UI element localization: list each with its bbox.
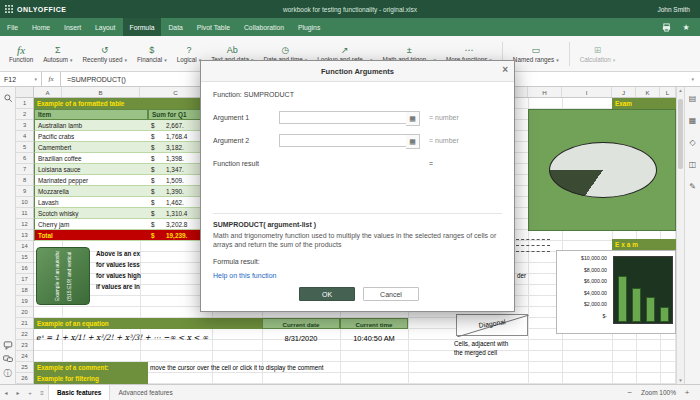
column-header-H[interactable]: H xyxy=(528,87,562,97)
chart-settings-icon[interactable]: ◫ xyxy=(686,157,700,171)
column-header-L[interactable]: L xyxy=(660,87,676,97)
table-total-label[interactable]: Total xyxy=(34,230,148,241)
menu-tab-formula[interactable]: Formula xyxy=(123,18,162,36)
row-header-11[interactable]: 11 xyxy=(16,208,33,219)
about-icon[interactable]: ⓘ xyxy=(1,366,15,380)
row-header-23[interactable]: 23 xyxy=(16,340,33,351)
column-header-K[interactable]: K xyxy=(636,87,660,97)
row-header-4[interactable]: 4 xyxy=(16,131,33,142)
row-header-1[interactable]: 1 xyxy=(16,98,33,109)
table-settings-icon[interactable]: ▦ xyxy=(686,113,700,127)
column-header-J[interactable]: J xyxy=(612,87,636,97)
cell-settings-icon[interactable]: ▤ xyxy=(686,91,700,105)
table-cell-item[interactable]: Camembert xyxy=(34,142,148,153)
sheet-tab-basic-features[interactable]: Basic features xyxy=(48,385,110,400)
row-header-12[interactable]: 12 xyxy=(16,219,33,230)
row-header-10[interactable]: 10 xyxy=(16,197,33,208)
row-header-19[interactable]: 19 xyxy=(16,296,33,307)
print-icon[interactable] xyxy=(660,21,672,33)
dialog-header[interactable]: Function Arguments × xyxy=(201,61,514,82)
menu-tab-plugins[interactable]: Plugins xyxy=(291,18,327,36)
search-icon[interactable] xyxy=(1,91,15,105)
bar-chart[interactable]: $10,000.00$8,000.00$6,000.00$4,000.00$2,… xyxy=(556,250,676,334)
bar-chart-banner[interactable]: Exam xyxy=(612,239,676,250)
autoshape[interactable]: Example of an autoshape (B15:E19) and ve… xyxy=(36,247,90,305)
table-cell-item[interactable]: Brazilian coffee xyxy=(34,153,148,164)
column-header-I[interactable]: I xyxy=(562,87,612,97)
close-icon[interactable]: × xyxy=(502,63,508,77)
sheet-list-icon[interactable]: ≡ xyxy=(36,390,48,396)
row-header-9[interactable]: 9 xyxy=(16,186,33,197)
row-header-17[interactable]: 17 xyxy=(16,274,33,285)
table-cell-item[interactable]: Loisiana sauce xyxy=(34,164,148,175)
current-date-header[interactable]: Current date xyxy=(262,318,340,329)
next-sheet-icon[interactable]: ▸ xyxy=(12,389,24,396)
sheet-tab-advanced-features[interactable]: Advanced features xyxy=(110,385,180,400)
toolbar-button-autosum[interactable]: ΣAutosum▾ xyxy=(38,38,77,70)
cell-name-box[interactable]: F12 ▾ xyxy=(0,72,42,86)
row-header-6[interactable]: 6 xyxy=(16,153,33,164)
current-date-value[interactable]: 8/31/2020 xyxy=(262,330,340,348)
table-cell-item[interactable]: Scotch whisky xyxy=(34,208,148,219)
row-header-2[interactable]: 2 xyxy=(16,109,33,120)
cancel-button[interactable]: Cancel xyxy=(363,287,419,301)
row-header-15[interactable]: 15 xyxy=(16,252,33,263)
menu-tab-layout[interactable]: Layout xyxy=(88,18,122,36)
shape-settings-icon[interactable]: ◇ xyxy=(686,135,700,149)
menu-tab-file[interactable]: File xyxy=(0,18,25,36)
row-header-20[interactable]: 20 xyxy=(16,307,33,318)
row-header-13[interactable]: 13 xyxy=(16,230,33,241)
user-name[interactable]: John Smith xyxy=(657,6,700,13)
select-range-icon[interactable]: ▦ xyxy=(406,111,420,126)
menu-tab-data[interactable]: Data xyxy=(161,18,189,36)
toolbar-button-named-ranges[interactable]: ▭Named ranges▾ xyxy=(508,38,564,70)
comment-banner[interactable]: Example of a comment: xyxy=(34,362,148,373)
ok-button[interactable]: OK xyxy=(299,287,355,301)
select-all-corner[interactable] xyxy=(16,87,34,98)
zoom-in-icon[interactable]: + xyxy=(682,388,692,397)
row-header-8[interactable]: 8 xyxy=(16,175,33,186)
table-cell-item[interactable]: Australian lamb xyxy=(34,120,148,131)
scroll-down-icon[interactable]: ▼ xyxy=(677,378,684,383)
column-header-A[interactable]: A xyxy=(34,87,62,97)
row-header-16[interactable]: 16 xyxy=(16,263,33,274)
row-header-14[interactable]: 14 xyxy=(16,241,33,252)
diagonal-cell[interactable]: Diagonal xyxy=(456,314,528,336)
row-header-5[interactable]: 5 xyxy=(16,142,33,153)
pie-chart-banner[interactable]: Exam xyxy=(612,98,676,109)
table-cell-item[interactable]: Lavash xyxy=(34,197,148,208)
table-cell-item[interactable]: Cherry jam xyxy=(34,219,148,230)
argument1-input[interactable] xyxy=(279,111,407,124)
menu-tab-pivot-table[interactable]: Pivot Table xyxy=(190,18,237,36)
current-time-header[interactable]: Current time xyxy=(340,318,408,329)
row-header-3[interactable]: 3 xyxy=(16,120,33,131)
toolbar-button-recently-used[interactable]: ↺Recently used▾ xyxy=(78,38,132,70)
row-header-18[interactable]: 18 xyxy=(16,285,33,296)
row-header-7[interactable]: 7 xyxy=(16,164,33,175)
select-range-icon[interactable]: ▦ xyxy=(406,134,420,149)
add-sheet-icon[interactable]: + xyxy=(24,390,36,396)
table-header-item[interactable]: Item xyxy=(34,109,148,120)
menu-tab-home[interactable]: Home xyxy=(25,18,57,36)
previous-sheet-icon[interactable]: ◂ xyxy=(0,389,12,396)
chat-icon[interactable] xyxy=(1,352,15,366)
formula-input[interactable]: =SUMPRODUCT() xyxy=(61,76,126,83)
row-header-25[interactable]: 25 xyxy=(16,362,33,373)
equation-text[interactable]: eˣ = 1 + x/1! + x²/2! + x³/3! + ⋯ −∞ < x… xyxy=(36,333,260,347)
zoom-level[interactable]: Zoom 100% xyxy=(641,389,676,396)
zoom-out-icon[interactable]: − xyxy=(625,388,635,397)
menu-tab-collaboration[interactable]: Collaboration xyxy=(237,18,291,36)
table-cell-item[interactable]: Mozzarella xyxy=(34,186,148,197)
help-link[interactable]: Help on this function xyxy=(213,272,276,279)
table-cell-item[interactable]: Marinated pepper xyxy=(34,175,148,186)
scroll-up-icon[interactable]: ▲ xyxy=(677,88,684,93)
row-header-24[interactable]: 24 xyxy=(16,351,33,362)
pie-chart[interactable] xyxy=(528,109,676,231)
equation-banner[interactable]: Example of an equation xyxy=(34,318,262,329)
comment-text[interactable]: move the cursor over the cell or click i… xyxy=(150,362,410,373)
toolbar-button-financial[interactable]: $Financial▾ xyxy=(132,38,172,70)
argument2-input[interactable] xyxy=(279,134,407,147)
row-header-26[interactable]: 26 xyxy=(16,373,33,384)
menu-tab-insert[interactable]: Insert xyxy=(57,18,88,36)
filter-banner[interactable]: Example for filtering xyxy=(34,373,148,384)
